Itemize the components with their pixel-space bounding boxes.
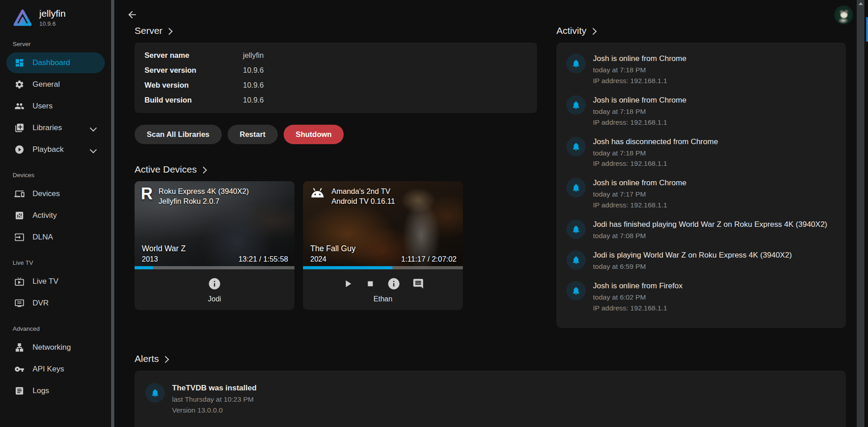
item-ip: IP address: 192.168.1.1	[593, 118, 686, 127]
restart-button[interactable]: Restart	[228, 125, 278, 144]
sidebar-item-dashboard[interactable]: Dashboard	[6, 52, 105, 73]
shutdown-button[interactable]: Shutdown	[284, 125, 344, 144]
info-button[interactable]	[208, 277, 221, 291]
sidebar-item-live-tv[interactable]: Live TV	[6, 271, 105, 292]
sidebar-item-label: DLNA	[33, 233, 98, 242]
libraries-icon	[14, 123, 24, 133]
item-ip: IP address: 192.168.1.1	[593, 159, 718, 169]
nav-entry: General	[0, 74, 111, 95]
sidebar-item-users[interactable]: Users	[6, 96, 105, 117]
item-ip: IP address: 192.168.1.1	[593, 76, 686, 86]
bell-icon	[566, 137, 586, 156]
sidebar-nav: Server Dashboard General Users Librarie	[0, 30, 111, 401]
item-time: today at 6:02 PM	[593, 293, 682, 302]
server-section-title[interactable]: Server	[135, 25, 537, 36]
nav-entry: API Keys	[0, 359, 111, 380]
sidebar-item-label: Users	[33, 102, 98, 111]
nav-entry: Users	[0, 96, 111, 117]
sidebar-item-dvr[interactable]: DVR	[6, 293, 105, 314]
item-time: today at 7:18 PM	[593, 66, 686, 75]
bell-icon	[145, 383, 165, 403]
server-info-row: Build version 10.9.6	[145, 93, 527, 108]
playback-progress-fill	[303, 266, 392, 269]
info-button[interactable]	[387, 277, 401, 291]
item-ip: IP address: 192.168.1.1	[593, 201, 686, 210]
sidebar-item-playback[interactable]: Playback	[6, 139, 105, 160]
session-user: Jodi	[208, 295, 221, 303]
playback-time: 1:11:17 / 2:07:02	[401, 255, 457, 263]
bell-icon	[566, 220, 586, 239]
brand: jellyfin 10.9.6	[0, 0, 111, 28]
send-message-button[interactable]	[412, 278, 424, 290]
info-label: Web version	[145, 80, 243, 90]
info-value: jellyfin	[243, 51, 264, 60]
chevron-right-icon	[166, 28, 173, 35]
page-scrollbar[interactable]	[857, 0, 864, 427]
session-user: Ethan	[373, 295, 392, 303]
info-value: 10.9.6	[243, 95, 264, 105]
users-icon	[14, 101, 24, 111]
sidebar-item-label: General	[33, 80, 98, 89]
nav-entry: Logs	[0, 380, 111, 401]
activity-section-title[interactable]: Activity	[556, 25, 846, 36]
sidebar-item-label: Live TV	[33, 277, 98, 286]
sidebar-item-networking[interactable]: Networking	[6, 337, 105, 358]
chevron-right-icon	[162, 356, 169, 363]
feed-item: Josh is online from Chrome today at 7:17…	[566, 178, 836, 210]
item-title: Josh is online from Chrome	[593, 178, 686, 188]
sidebar-item-label: Dashboard	[33, 58, 98, 67]
activity-icon	[14, 211, 24, 221]
sidebar-section-label: Live TV	[0, 249, 111, 270]
feed-item: TheTVDB was installed last Thursday at 1…	[145, 383, 835, 415]
logs-icon	[14, 386, 24, 396]
alerts-section-title[interactable]: Alerts	[135, 353, 846, 364]
client-version: Jellyfin Roku 2.0.7	[159, 197, 249, 206]
bell-icon	[566, 281, 586, 300]
sidebar-item-api-keys[interactable]: API Keys	[6, 359, 105, 380]
server-info-row: Web version 10.9.6	[145, 78, 527, 93]
alerts-card: TheTVDB was installed last Thursday at 1…	[135, 371, 846, 427]
roku-logo: R	[141, 187, 153, 201]
nav-entry: Live TV	[0, 271, 111, 292]
feed-item: Jodi is playing World War Z on Roku Expr…	[566, 250, 836, 272]
livetv-icon	[14, 277, 24, 286]
sidebar-item-logs[interactable]: Logs	[6, 380, 105, 401]
nav-entry: Dashboard	[0, 52, 111, 73]
nav-entry: DLNA	[0, 227, 111, 248]
scroll-up-arrow-icon	[859, 2, 863, 5]
nav-entry: Devices	[0, 183, 111, 204]
android-icon	[309, 187, 326, 199]
info-label: Server name	[145, 51, 243, 60]
bell-icon	[566, 178, 586, 197]
sidebar-item-label: Playback	[33, 145, 83, 154]
nav-entry: Playback	[0, 139, 111, 160]
sidebar-scrollbar[interactable]	[111, 0, 114, 427]
playback-progress-bar	[303, 266, 463, 269]
stop-button[interactable]	[365, 279, 375, 289]
scan-all-libraries-button[interactable]: Scan All Libraries	[135, 125, 222, 144]
active-devices-section-title[interactable]: Active Devices	[135, 164, 537, 175]
back-button[interactable]	[126, 9, 138, 22]
item-time: today at 7:17 PM	[593, 190, 686, 199]
device-name: Amanda's 2nd TV	[331, 187, 395, 197]
play-button[interactable]	[342, 278, 354, 290]
sidebar-item-general[interactable]: General	[6, 74, 105, 95]
sidebar-section-label: Devices	[0, 161, 111, 183]
media-year: 2024	[310, 255, 355, 263]
app-name: jellyfin	[39, 8, 65, 19]
media-title: World War Z	[142, 244, 186, 253]
info-value: 10.9.6	[243, 66, 264, 75]
main-content: Server Server name jellyfin Server versi…	[114, 0, 857, 427]
item-time: last Thursday at 10:23 PM	[172, 395, 257, 404]
item-title: Josh is online from Chrome	[593, 95, 686, 106]
scrollbar-thumb[interactable]	[866, 17, 868, 42]
user-avatar[interactable]	[834, 5, 853, 24]
sidebar-item-libraries[interactable]: Libraries	[6, 117, 105, 138]
sidebar-item-devices[interactable]: Devices	[6, 183, 105, 204]
sidebar-item-dlna[interactable]: DLNA	[6, 227, 105, 248]
bell-icon	[566, 95, 586, 115]
sidebar-item-activity[interactable]: Activity	[6, 205, 105, 226]
nav-entry: Libraries	[0, 117, 111, 138]
client-version: Android TV 0.16.11	[331, 197, 395, 206]
playback-progress-bar	[135, 266, 294, 269]
